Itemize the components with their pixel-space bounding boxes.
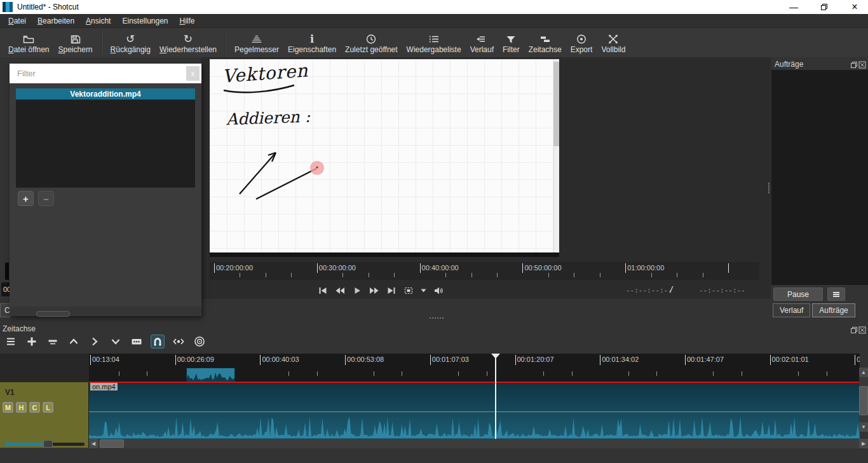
- close-button[interactable]: ×: [844, 0, 865, 14]
- mute-button[interactable]: M: [3, 402, 13, 413]
- track-volume-handle[interactable]: [43, 440, 53, 448]
- clip-marker-icon: [130, 335, 143, 348]
- horizontal-scroll-thumb[interactable]: [100, 439, 124, 448]
- lift-chevron-up-button[interactable]: [67, 335, 81, 349]
- timeline-menu-button[interactable]: [4, 335, 18, 349]
- volume-button[interactable]: [433, 284, 444, 297]
- fullscreen-icon: [607, 34, 620, 45]
- menu-hilfe[interactable]: Hilfe: [174, 15, 201, 27]
- timecode-separator: /: [669, 285, 674, 294]
- ruler-major-tick: [625, 263, 626, 273]
- open-folder-toolbar-button[interactable]: Datei öffnen: [4, 29, 54, 57]
- scroll-up-arrow[interactable]: ▲: [859, 368, 868, 377]
- scroll-right-arrow[interactable]: ▶: [859, 439, 868, 448]
- save-floppy-icon: [69, 34, 82, 45]
- composite-button[interactable]: C: [29, 402, 40, 413]
- title-bar[interactable]: Untitled* - Shotcut — ×: [0, 0, 868, 14]
- add-filter-button[interactable]: +: [18, 191, 34, 206]
- ruler-minor-tick: [487, 371, 487, 376]
- ruler-timecode-label: 00:01:07:03: [432, 356, 469, 363]
- tab-verlauf[interactable]: Verlauf: [773, 303, 810, 317]
- undo-icon: ↺: [126, 34, 135, 45]
- filter-list[interactable]: [16, 100, 195, 188]
- menu-einstellungen[interactable]: Einstellungen: [116, 15, 173, 27]
- fast-forward-button[interactable]: [369, 284, 379, 297]
- window-title: Untitled* - Shotcut: [17, 3, 79, 11]
- playhead-line[interactable]: [495, 354, 496, 439]
- snap-magnet-icon: [151, 335, 164, 348]
- lock-button[interactable]: L: [43, 402, 53, 413]
- play-button[interactable]: [352, 284, 362, 297]
- ruler-minor-tick: [471, 273, 472, 277]
- preview-letterbox: [210, 252, 559, 257]
- level-meter-toolbar-button[interactable]: Pegelmesser: [230, 29, 283, 57]
- jobs-list[interactable]: [771, 70, 868, 285]
- jobs-menu-button[interactable]: [827, 287, 845, 301]
- vertical-scroll-thumb[interactable]: [859, 386, 868, 415]
- undo-toolbar-button[interactable]: ↺Rückgängig: [106, 29, 155, 57]
- track-name: V1: [5, 388, 15, 397]
- float-panel-icon[interactable]: [850, 326, 858, 334]
- close-panel-icon[interactable]: [858, 326, 866, 334]
- playlist-toolbar-button[interactable]: Wiedergabeliste: [402, 29, 466, 57]
- ruler-minor-tick: [572, 371, 573, 376]
- fullscreen-toolbar-button[interactable]: Vollbild: [597, 29, 630, 57]
- close-panel-icon[interactable]: [858, 61, 866, 69]
- skip-to-end-button[interactable]: [386, 284, 397, 297]
- remove-filter-button[interactable]: –: [38, 191, 54, 206]
- tab-auftraege[interactable]: Aufträge: [812, 303, 855, 317]
- menu-bearbeiten[interactable]: Bearbeiten: [32, 15, 80, 27]
- timeline-tracks-toolbar-button[interactable]: Zeitachse: [524, 29, 566, 57]
- scrub-while-dragging-button[interactable]: [172, 335, 186, 349]
- selected-clip-title: Vektoraddition.mp4: [16, 88, 195, 99]
- ruler-minor-tick: [742, 371, 742, 376]
- app-logo-icon: [3, 2, 13, 12]
- restore-button[interactable]: [813, 0, 835, 14]
- menu-datei[interactable]: Datei: [3, 15, 32, 27]
- pause-button[interactable]: Pause: [773, 287, 823, 301]
- minimize-button[interactable]: —: [783, 0, 804, 14]
- append-plus-button[interactable]: [25, 335, 39, 349]
- export-toolbar-button[interactable]: Export: [566, 29, 597, 57]
- ruler-major-tick: [345, 355, 346, 365]
- ruler-major-tick: [522, 263, 523, 273]
- info-toolbar-button[interactable]: iEigenschaften: [283, 29, 341, 57]
- fast-forward-icon: [369, 286, 379, 295]
- redo-toolbar-button[interactable]: ↻Wiederherstellen: [155, 29, 221, 57]
- horizontal-splitter-handle[interactable]: [430, 317, 444, 319]
- menu-ansicht[interactable]: Ansicht: [80, 15, 116, 27]
- history-toolbar-button[interactable]: Verlauf: [466, 29, 498, 57]
- ruler-timecode-label: 00:00:53:08: [347, 356, 384, 363]
- toolbar-button-label: Vollbild: [601, 45, 625, 54]
- filter-search-input[interactable]: [10, 64, 201, 83]
- ruler-minor-tick: [119, 371, 119, 376]
- ripple-delete-minus-button[interactable]: [46, 335, 60, 349]
- player-time-ruler[interactable]: 00:20:00:0000:30:00:0000:40:00:0000:50:0…: [210, 262, 759, 280]
- playhead-handle[interactable]: [491, 354, 500, 359]
- filter-funnel-toolbar-button[interactable]: Filter: [498, 29, 524, 57]
- ruler-minor-tick: [656, 371, 657, 376]
- scroll-down-arrow[interactable]: ▼: [859, 422, 868, 432]
- snap-magnet-button[interactable]: [151, 335, 165, 349]
- save-floppy-toolbar-button[interactable]: Speichern: [54, 29, 97, 57]
- scroll-left-arrow[interactable]: ◀: [89, 439, 98, 448]
- vertical-splitter-handle[interactable]: [768, 183, 770, 193]
- ripple-all-tracks-button[interactable]: [193, 335, 207, 349]
- zoom-fit-button[interactable]: [403, 284, 414, 297]
- clear-search-button[interactable]: x: [186, 66, 200, 81]
- clock-toolbar-button[interactable]: Zuletzt geöffnet: [341, 29, 402, 57]
- split-chevron-down-button[interactable]: [109, 335, 123, 349]
- zoom-dropdown-button[interactable]: [421, 284, 426, 297]
- clip-marker-button[interactable]: [130, 335, 144, 349]
- ruler-minor-tick: [342, 273, 343, 277]
- ruler-minor-tick: [827, 371, 827, 376]
- jobs-panel-title: Aufträge: [775, 60, 803, 69]
- hide-button[interactable]: H: [16, 402, 27, 413]
- video-preview[interactable]: Vektoren Addieren :: [210, 59, 559, 252]
- float-panel-icon[interactable]: [850, 61, 858, 69]
- ruler-timecode-label: 00:30:00:00: [319, 264, 356, 272]
- rewind-button[interactable]: [335, 284, 345, 297]
- timeline-horizontal-scrollbar[interactable]: [89, 439, 859, 448]
- overwrite-chevron-right-button[interactable]: [88, 335, 102, 349]
- skip-to-start-button[interactable]: [318, 284, 328, 297]
